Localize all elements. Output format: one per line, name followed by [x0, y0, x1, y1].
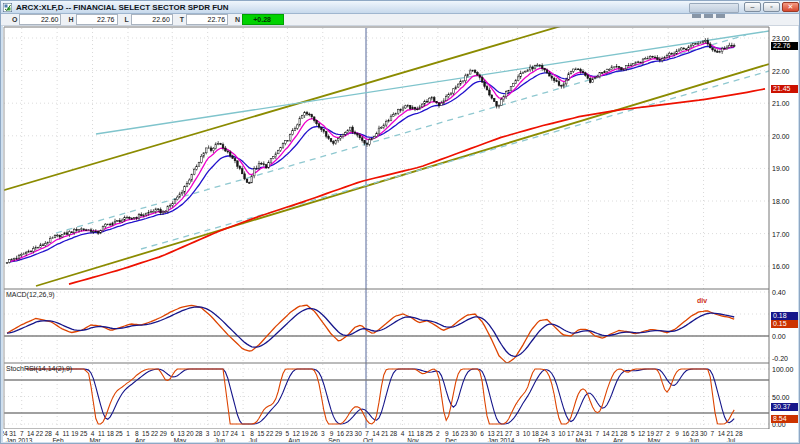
day-tick: 24	[576, 430, 583, 437]
macd-panel-label: MACD(12,26,9)	[6, 291, 55, 298]
title-bar[interactable]: ARCX:XLF,D -- FINANCIAL SELECT SECTOR SP…	[1, 1, 800, 14]
axis-tick-label: -0.20	[772, 355, 788, 362]
day-tick: 18	[532, 430, 539, 437]
close-button[interactable]: ✕	[782, 2, 799, 12]
day-tick: 11	[63, 430, 70, 437]
divergence-annotation: div	[697, 297, 707, 304]
day-tick: 3	[206, 430, 210, 437]
day-tick: 28	[390, 430, 397, 437]
day-tick: 28	[735, 430, 742, 437]
day-tick: 9	[445, 430, 449, 437]
quote-field-label: O	[12, 16, 17, 23]
day-tick: 15	[257, 430, 264, 437]
candles	[6, 38, 735, 264]
day-tick: 14	[718, 430, 725, 437]
day-tick: 13	[487, 430, 494, 437]
day-tick: 14	[603, 430, 610, 437]
day-tick: 16	[337, 430, 344, 437]
macd-value-box: 0.15	[771, 320, 800, 328]
day-tick: 27	[505, 430, 512, 437]
axis-tick-label: 19.00	[772, 165, 790, 172]
day-tick: 4	[55, 430, 59, 437]
ma-slow-line	[9, 46, 734, 262]
day-tick: 5	[286, 430, 290, 437]
day-tick: 19	[71, 430, 78, 437]
day-tick: 1	[126, 430, 130, 437]
macd-signal-value-box: 0.18	[771, 312, 800, 320]
title-toolbar[interactable]	[689, 3, 739, 13]
axis-tick-label: 22.00	[772, 68, 790, 75]
quote-field-label: T	[180, 16, 184, 23]
net-change-value: +0.28	[242, 14, 284, 25]
day-tick: 30	[355, 430, 362, 437]
gridlines	[4, 28, 769, 428]
stochrsi-k-value-box: 8.54	[771, 415, 800, 423]
quote-field-label: H	[68, 16, 73, 23]
chart-canvas[interactable]	[1, 26, 800, 429]
day-tick: 22	[36, 430, 43, 437]
day-tick: 21	[496, 430, 503, 437]
quote-field-value: 22.76	[186, 14, 228, 25]
day-tick: 24	[541, 430, 548, 437]
stochrsi-panel-label: StochRSI(14,14(2),9)	[6, 365, 72, 372]
day-tick: 19	[647, 430, 654, 437]
day-tick: 2	[436, 430, 440, 437]
day-tick: 31	[585, 430, 592, 437]
channel-upper	[1, 26, 561, 191]
last-price-box: 22.76	[771, 42, 800, 50]
trendlines	[1, 26, 769, 286]
minimize-button[interactable]: –	[744, 2, 761, 12]
day-tick: 9	[675, 430, 679, 437]
day-tick: 23	[461, 430, 468, 437]
axis-tick-label: 20.00	[772, 133, 790, 140]
day-tick: 23	[691, 430, 698, 437]
day-tick: 22	[151, 430, 158, 437]
day-tick: 24	[231, 430, 238, 437]
ma-200-line	[69, 89, 765, 284]
quote-row: O22.60H22.76L22.60T22.76N+0.28	[1, 13, 800, 26]
maximize-button[interactable]: ▫	[763, 2, 780, 12]
day-tick: 18	[417, 430, 424, 437]
day-tick: 7	[595, 430, 599, 437]
axis-tick-label: 100.00	[772, 366, 793, 373]
day-tick: 17	[222, 430, 229, 437]
axis-tick-label: 16.00	[772, 263, 790, 270]
app-icon	[3, 3, 12, 12]
day-tick: 11	[98, 430, 105, 437]
day-tick: 31	[9, 430, 16, 437]
ma-fast-line	[9, 43, 734, 261]
axis-tick-label: 0.40	[772, 289, 786, 296]
axis-tick-label: 18.00	[772, 198, 790, 205]
day-tick: 9	[330, 430, 334, 437]
day-tick: 7	[365, 430, 369, 437]
stochrsi-d-value-box: 30.37	[771, 403, 800, 411]
day-tick: 26	[310, 430, 317, 437]
day-tick: 16	[682, 430, 689, 437]
day-tick: 25	[425, 430, 432, 437]
day-tick: 11	[408, 430, 415, 437]
day-tick: 18	[107, 430, 114, 437]
day-tick: 13	[177, 430, 184, 437]
day-tick: 7	[20, 430, 24, 437]
axis-tick-label: 50.00	[772, 394, 790, 401]
day-tick: 12	[293, 430, 300, 437]
day-tick: 27	[656, 430, 663, 437]
day-tick: 14	[372, 430, 379, 437]
day-tick: 10	[523, 430, 530, 437]
trend-cyan-solid	[96, 31, 769, 134]
quote-field-value: 22.76	[76, 14, 118, 25]
day-tick: 6	[170, 430, 174, 437]
chart-window: ARCX:XLF,D -- FINANCIAL SELECT SECTOR SP…	[0, 0, 800, 444]
day-tick: 4	[91, 430, 95, 437]
day-tick: 1	[241, 430, 245, 437]
day-tick: 25	[115, 430, 122, 437]
day-tick: 12	[638, 430, 645, 437]
day-tick: 10	[213, 430, 220, 437]
day-tick: 10	[558, 430, 565, 437]
day-tick: 29	[160, 430, 167, 437]
day-tick: 22	[266, 430, 273, 437]
quote-field-value: 22.60	[131, 14, 173, 25]
day-tick: 7	[711, 430, 715, 437]
day-tick: 15	[142, 430, 149, 437]
day-tick: 16	[452, 430, 459, 437]
